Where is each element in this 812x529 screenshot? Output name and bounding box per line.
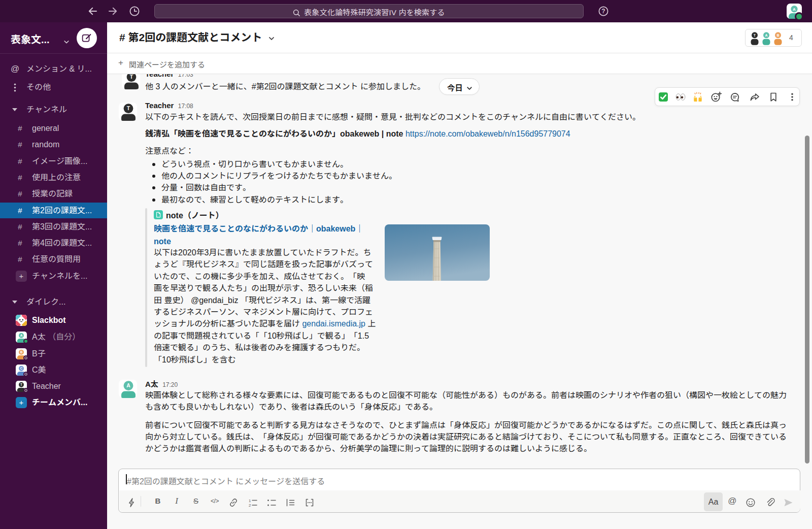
svg-text:T: T [20, 383, 22, 386]
svg-text:A: A [126, 382, 130, 388]
svg-text:A: A [20, 334, 23, 337]
svg-text:A: A [793, 7, 796, 12]
svg-text:C: C [20, 367, 23, 370]
svg-text:T: T [127, 105, 130, 111]
svg-text:A: A [765, 34, 767, 37]
svg-text:B: B [776, 34, 779, 37]
svg-text:T: T [754, 34, 756, 37]
svg-text:B: B [20, 350, 23, 354]
svg-text:1: 1 [249, 499, 251, 503]
svg-text:T: T [130, 74, 133, 80]
svg-text:2: 2 [249, 503, 251, 508]
svg-text:?: ? [601, 8, 605, 15]
